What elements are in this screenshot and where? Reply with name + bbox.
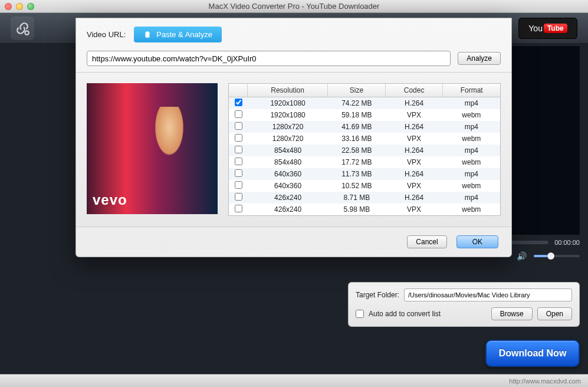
cell-codec: H.264 bbox=[385, 170, 442, 178]
cell-size: 59.18 MB bbox=[328, 111, 385, 119]
cell-codec: H.264 bbox=[385, 194, 442, 202]
row-checkbox[interactable] bbox=[235, 205, 242, 212]
clipboard-icon bbox=[143, 31, 152, 39]
svg-rect-2 bbox=[147, 31, 149, 32]
target-folder-label: Target Folder: bbox=[356, 291, 399, 299]
cell-resolution: 426x240 bbox=[248, 205, 328, 214]
minimize-window-button[interactable] bbox=[16, 3, 23, 10]
col-resolution: Resolution bbox=[248, 84, 328, 97]
auto-add-label: Auto add to convert list bbox=[369, 310, 487, 318]
cell-size: 33.16 MB bbox=[328, 135, 385, 143]
cell-resolution: 640x360 bbox=[248, 182, 328, 190]
browse-button[interactable]: Browse bbox=[491, 307, 533, 320]
cancel-button[interactable]: Cancel bbox=[407, 235, 446, 248]
volume-slider[interactable] bbox=[534, 255, 580, 257]
youtube-logo: You Tube bbox=[518, 18, 577, 39]
table-row[interactable]: 640x36011.73 MBH.264mp4 bbox=[229, 168, 500, 180]
table-row[interactable]: 854x48022.58 MBH.264mp4 bbox=[229, 145, 500, 156]
svg-rect-1 bbox=[146, 32, 150, 37]
cell-codec: H.264 bbox=[385, 123, 442, 131]
cell-resolution: 1920x1080 bbox=[248, 99, 328, 107]
row-checkbox[interactable] bbox=[235, 99, 242, 106]
cell-size: 41.69 MB bbox=[328, 123, 385, 131]
vevo-watermark: vevo bbox=[93, 192, 127, 208]
open-button[interactable]: Open bbox=[537, 307, 572, 320]
col-format: Format bbox=[443, 84, 500, 97]
cell-format: mp4 bbox=[443, 123, 500, 131]
table-row[interactable]: 1920x108074.22 MBH.264mp4 bbox=[229, 97, 500, 109]
table-row[interactable]: 426x2405.98 MBVPXwebm bbox=[229, 204, 500, 215]
speaker-icon[interactable]: 🔊 bbox=[517, 251, 527, 261]
cell-codec: VPX bbox=[385, 158, 442, 166]
cell-size: 8.71 MB bbox=[328, 194, 385, 202]
youtube-downloader-dialog: Video URL: Paste & Analyze Analyze vevo … bbox=[75, 18, 512, 257]
cell-size: 22.58 MB bbox=[328, 146, 385, 155]
col-codec: Codec bbox=[386, 84, 444, 97]
col-size: Size bbox=[328, 84, 386, 97]
auto-add-checkbox[interactable] bbox=[356, 310, 364, 318]
cell-size: 5.98 MB bbox=[328, 205, 385, 214]
table-row[interactable]: 1280x72041.69 MBH.264mp4 bbox=[229, 121, 500, 133]
video-url-label: Video URL: bbox=[87, 30, 126, 39]
window-title: MacX Video Converter Pro - YouTube Downl… bbox=[0, 2, 588, 11]
table-row[interactable]: 854x48017.72 MBVPXwebm bbox=[229, 156, 500, 168]
video-url-input[interactable] bbox=[87, 51, 451, 66]
cell-codec: H.264 bbox=[385, 99, 442, 107]
cell-resolution: 426x240 bbox=[248, 194, 328, 202]
table-row[interactable]: 640x36010.52 MBVPXwebm bbox=[229, 180, 500, 192]
cell-resolution: 1280x720 bbox=[248, 123, 328, 131]
row-checkbox[interactable] bbox=[235, 146, 242, 153]
cell-format: webm bbox=[443, 205, 500, 214]
analyze-button[interactable]: Analyze bbox=[458, 52, 501, 65]
add-link-button[interactable] bbox=[11, 17, 34, 40]
statusbar: http://www.macxdvd.com bbox=[0, 374, 588, 387]
row-checkbox[interactable] bbox=[235, 158, 242, 165]
titlebar: MacX Video Converter Pro - YouTube Downl… bbox=[0, 0, 588, 13]
formats-table: Resolution Size Codec Format 1920x108074… bbox=[228, 83, 501, 216]
table-row[interactable]: 1280x72033.16 MBVPXwebm bbox=[229, 133, 500, 145]
target-panel: Target Folder: Auto add to convert list … bbox=[348, 282, 580, 327]
cell-codec: VPX bbox=[385, 205, 442, 214]
cell-size: 17.72 MB bbox=[328, 158, 385, 166]
cell-resolution: 640x360 bbox=[248, 170, 328, 178]
cell-resolution: 854x480 bbox=[248, 158, 328, 166]
row-checkbox[interactable] bbox=[235, 169, 242, 177]
zoom-window-button[interactable] bbox=[27, 3, 34, 10]
cell-size: 74.22 MB bbox=[328, 99, 385, 107]
cell-size: 11.73 MB bbox=[328, 170, 385, 178]
cell-codec: VPX bbox=[385, 182, 442, 190]
cell-size: 10.52 MB bbox=[328, 182, 385, 190]
row-checkbox[interactable] bbox=[235, 110, 242, 118]
cell-codec: H.264 bbox=[385, 146, 442, 155]
target-folder-input[interactable] bbox=[404, 288, 572, 301]
cell-format: mp4 bbox=[443, 146, 500, 155]
cell-codec: VPX bbox=[385, 111, 442, 119]
footer-url: http://www.macxdvd.com bbox=[509, 378, 581, 385]
paste-analyze-button[interactable]: Paste & Analyze bbox=[134, 27, 222, 42]
cell-format: mp4 bbox=[443, 99, 500, 107]
cell-format: webm bbox=[443, 158, 500, 166]
row-checkbox[interactable] bbox=[235, 193, 242, 201]
cell-format: mp4 bbox=[443, 194, 500, 202]
cell-resolution: 1920x1080 bbox=[248, 111, 328, 119]
cell-codec: VPX bbox=[385, 135, 442, 143]
cell-format: webm bbox=[443, 111, 500, 119]
cell-resolution: 1280x720 bbox=[248, 135, 328, 143]
row-checkbox[interactable] bbox=[235, 181, 242, 189]
table-row[interactable]: 426x2408.71 MBH.264mp4 bbox=[229, 192, 500, 204]
table-row[interactable]: 1920x108059.18 MBVPXwebm bbox=[229, 109, 500, 121]
playback-time: 00:00:00 bbox=[554, 239, 580, 246]
row-checkbox[interactable] bbox=[235, 134, 242, 142]
download-now-button[interactable]: Download Now bbox=[485, 340, 580, 367]
link-plus-icon bbox=[15, 21, 30, 36]
cell-format: webm bbox=[443, 135, 500, 143]
cell-format: webm bbox=[443, 182, 500, 190]
ok-button[interactable]: OK bbox=[456, 235, 498, 248]
cell-format: mp4 bbox=[443, 170, 500, 178]
cell-resolution: 854x480 bbox=[248, 146, 328, 155]
video-thumbnail: vevo bbox=[87, 83, 218, 214]
close-window-button[interactable] bbox=[5, 3, 12, 10]
row-checkbox[interactable] bbox=[235, 122, 242, 130]
